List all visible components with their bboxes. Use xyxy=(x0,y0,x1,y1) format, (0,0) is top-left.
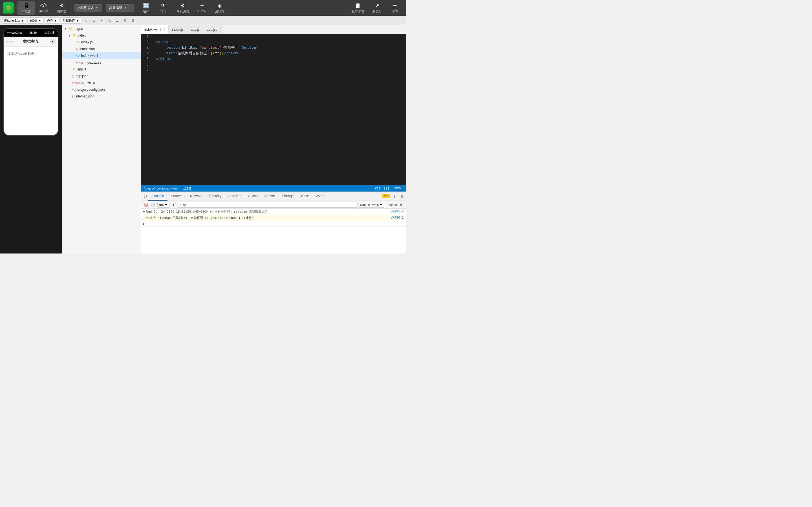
file-tree: ▼ 📁 pages ▼ 📁 index JS index.js xyxy=(62,25,141,253)
tree-item-sitemap[interactable]: {} sitemap.json xyxy=(62,93,141,100)
code-line-5: 5 </view> xyxy=(141,56,406,62)
mode-select[interactable]: 小程序模式 ▼ xyxy=(74,4,102,11)
index-wxss-name: index.wxss xyxy=(85,61,101,64)
operation-select[interactable]: 模拟操作 ▼ xyxy=(61,17,81,24)
phone-record-btn[interactable]: ⏺ xyxy=(50,39,56,45)
compile-label: 编译 xyxy=(143,9,149,13)
backend-btn[interactable]: → 切后台 xyxy=(193,1,211,14)
code-line-4: 4 <text>接收到后台的数据：{{tt}}</text> xyxy=(141,51,406,56)
console-settings-btn[interactable]: ⚙ xyxy=(398,202,404,208)
tree-item-project-config[interactable]: {o} project.config.json xyxy=(62,86,141,93)
add-btn[interactable]: + xyxy=(98,17,105,24)
editor-area: index.wxml ✕ index.js app.js app.json xyxy=(141,25,406,253)
devtools-right-btns: ⚠ 1 ⋮ ⊟ xyxy=(382,193,405,200)
code-line-6: 6 xyxy=(141,62,406,68)
zoom-select[interactable]: 100% ▼ xyxy=(28,17,43,24)
devtools-tab-console[interactable]: Console xyxy=(148,192,167,201)
debugger-btn[interactable]: ⚙ 调试器 xyxy=(53,1,70,15)
top-toolbar: 🟢 📱 模拟器 </> 编辑器 ⚙ 调试器 小程序模式 ▼ 普通编译 ▼ 🔄 xyxy=(0,0,406,16)
entry-1-expand[interactable]: ▶ xyxy=(143,210,145,213)
devtools-tab-security[interactable]: Security xyxy=(206,192,225,201)
tree-item-index-js[interactable]: JS index.js xyxy=(62,39,141,46)
tree-item-pages[interactable]: ▼ 📁 pages xyxy=(62,25,141,32)
line-num-2: 2 xyxy=(141,40,151,45)
devtools-tab-wxml[interactable]: Wxml xyxy=(312,192,327,201)
app-wxss-icon: wxss xyxy=(72,81,80,85)
console-entry-1: ▶ Wed Jun 24 2020 15:39:59 GMT+0800 (中国标… xyxy=(141,209,406,215)
devtools-tab-network[interactable]: Network xyxy=(187,192,206,201)
test-btn[interactable]: ↗ 测试号 xyxy=(368,1,386,15)
preview-btn[interactable]: 👁 预览 xyxy=(155,1,172,14)
layout-btn[interactable]: ⊞ xyxy=(130,17,136,24)
devtools-toolbar: 🚫 🕐 top ▼ 👁 Default levels ▼ 1 hidden xyxy=(141,201,406,209)
search-btn[interactable]: 🔍 xyxy=(106,17,112,24)
devtools-tab-trace[interactable]: Trace xyxy=(297,192,312,201)
app-js-name: app.js xyxy=(77,67,86,71)
device-select[interactable]: iPhone 6/... ▼ xyxy=(2,17,26,24)
devtools-tab-sensor[interactable]: Sensor xyxy=(261,192,278,201)
settings-btn[interactable]: ⚙ xyxy=(122,17,128,24)
cache-btn[interactable]: ◈ 清缓存 xyxy=(211,1,229,15)
back-btn[interactable]: ◁ xyxy=(83,17,89,24)
version-btn[interactable]: 📋 版本管理 xyxy=(348,1,368,15)
tree-item-app-js[interactable]: JS app.js xyxy=(62,66,141,73)
compile-select[interactable]: 普通编译 ▼ xyxy=(106,4,134,11)
devtools-menu-btn[interactable]: ⋮ xyxy=(391,193,398,200)
app-js-icon: JS xyxy=(72,67,76,71)
devtools-tab-audits[interactable]: Audits xyxy=(245,192,261,201)
compile-select-container: 普通编译 ▼ xyxy=(106,4,134,11)
console-eye-btn[interactable]: 👁 xyxy=(170,202,177,208)
devtools-tab-appdata[interactable]: AppData xyxy=(225,192,245,201)
console-filter-input[interactable] xyxy=(178,202,357,208)
top-select[interactable]: top ▼ xyxy=(157,202,169,208)
tree-item-app-wxss[interactable]: wxss app.wxss xyxy=(62,79,141,86)
devtools-inspect-btn[interactable]: ⬡ xyxy=(142,193,148,200)
entry-1-timestamp: Wed Jun 24 2020 15:39:59 GMT+0800 (中国标准时… xyxy=(146,210,267,214)
console-history-btn[interactable]: 🕐 xyxy=(150,202,156,208)
entry-1-link[interactable]: VM781:4 xyxy=(391,210,404,213)
details-label: 详情 xyxy=(392,9,398,13)
devtools-tab-storage[interactable]: Storage xyxy=(278,192,297,201)
wxss-icon: wxss xyxy=(76,61,84,64)
entry-2-link[interactable]: VM756:1 xyxy=(391,216,404,219)
entry-3-arrow[interactable]: ▶ xyxy=(143,222,145,226)
code-editor[interactable]: 1 2 <view> 3 <button bindtap='bindtest'>… xyxy=(141,34,406,185)
editor-btn[interactable]: </> 编辑器 xyxy=(35,1,52,14)
network-select[interactable]: WiFi ▼ xyxy=(45,17,59,24)
devtools-dock-btn[interactable]: ⊟ xyxy=(399,193,405,200)
compile-btn[interactable]: 🔄 编译 xyxy=(138,1,154,15)
tab-app-js[interactable]: app.js xyxy=(187,25,203,34)
tab-bar: index.wxml ✕ index.js app.js app.json xyxy=(141,25,406,34)
tree-item-index-json[interactable]: {} index.json xyxy=(62,46,141,52)
app-json-name: app.json xyxy=(75,74,88,78)
tab-index-wxml-close[interactable]: ✕ xyxy=(163,28,165,31)
phone-time: 15:39 xyxy=(30,31,37,34)
tab-app-json[interactable]: app.json xyxy=(203,25,223,34)
line-content-1 xyxy=(151,34,156,40)
details-btn[interactable]: ☰ 详情 xyxy=(386,1,403,15)
devtools-tab-sources[interactable]: Sources xyxy=(167,192,187,201)
tree-item-index-folder[interactable]: ▼ 📁 index xyxy=(62,32,141,39)
console-clear-btn[interactable]: 🚫 xyxy=(143,202,149,208)
code-line-2: 2 <view> xyxy=(141,40,406,45)
phone-frame: ••••• WeChat 15:39 100% 🔋 数据交互 xyxy=(3,28,58,136)
forward-btn[interactable]: □ xyxy=(91,17,97,24)
pages-arrow: ▼ xyxy=(64,27,68,31)
level-select[interactable]: Default levels ▼ xyxy=(359,202,384,208)
simulator-btn[interactable]: 📱 模拟器 xyxy=(17,1,35,15)
tab-index-wxml[interactable]: index.wxml ✕ xyxy=(141,25,168,34)
cache-icon: ◈ xyxy=(218,3,222,9)
more-btn[interactable]: ... xyxy=(114,17,120,24)
tree-item-index-wxml[interactable]: <> index.wxml xyxy=(62,52,141,59)
test-icon: ↗ xyxy=(375,3,379,9)
right-toolbar-group: 📋 版本管理 ↗ 测试号 ☰ 详情 xyxy=(348,1,403,15)
index-wxml-name: index.wxml xyxy=(81,54,98,58)
toolbar-sep-3 xyxy=(136,3,136,13)
tree-item-app-json[interactable]: {} app.json xyxy=(62,73,141,79)
real-device-btn[interactable]: ⚙ 真机调试 xyxy=(172,1,193,15)
tab-index-js[interactable]: index.js xyxy=(168,25,187,34)
tree-item-index-wxss[interactable]: wxss index.wxss xyxy=(62,59,141,66)
nav-dot-1 xyxy=(6,41,8,43)
app-json-icon: {} xyxy=(72,74,74,78)
entry-2-expand[interactable]: ▶ xyxy=(147,216,149,219)
